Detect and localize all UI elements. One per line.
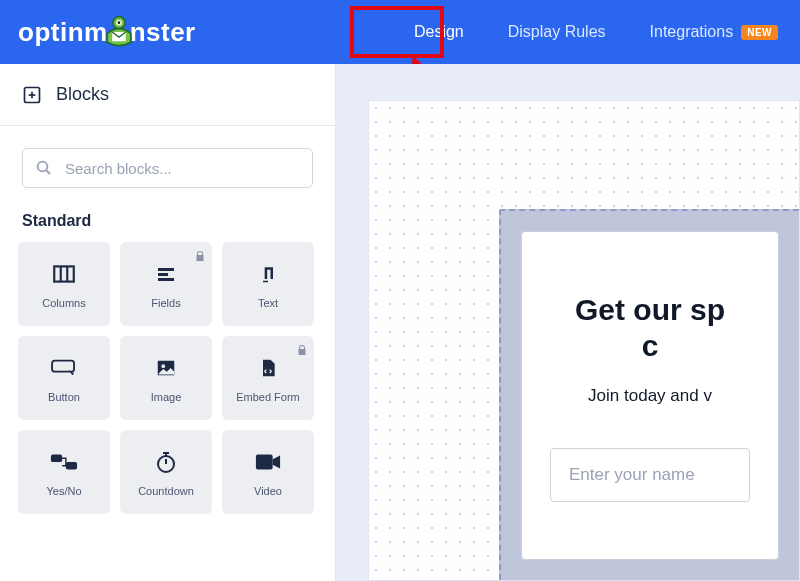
svg-point-2 <box>117 21 120 24</box>
button-icon <box>49 353 79 383</box>
block-label: Columns <box>42 297 85 309</box>
svg-rect-13 <box>158 268 174 271</box>
svg-rect-16 <box>52 361 74 372</box>
embed-icon <box>258 353 278 383</box>
block-yes-no[interactable]: Yes/No <box>18 430 110 514</box>
blocks-grid: Columns Fields <box>0 242 335 514</box>
search-wrap <box>0 126 335 198</box>
block-label: Embed Form <box>236 391 300 403</box>
block-video[interactable]: Video <box>222 430 314 514</box>
section-standard-title: Standard <box>0 198 335 242</box>
nav-integrations[interactable]: Integrations NEW <box>628 0 800 64</box>
block-text[interactable]: Text <box>222 242 314 326</box>
block-label: Image <box>151 391 182 403</box>
svg-rect-10 <box>54 266 74 281</box>
lock-icon <box>296 342 308 354</box>
sidebar-title: Blocks <box>56 84 109 105</box>
nav-integrations-label: Integrations <box>650 23 734 41</box>
canvas[interactable]: Get our sp c Join today and v <box>336 64 800 581</box>
nav-display-rules-label: Display Rules <box>508 23 606 41</box>
search-box[interactable] <box>22 148 313 188</box>
brand-mascot-icon <box>102 15 136 49</box>
image-icon <box>155 353 177 383</box>
popup-heading-line1: Get our sp <box>575 293 725 326</box>
block-label: Yes/No <box>46 485 81 497</box>
yesno-icon <box>50 447 78 477</box>
brand-logo: optinm nster <box>0 15 214 49</box>
canvas-inner[interactable]: Get our sp c Join today and v <box>368 100 800 581</box>
search-input[interactable] <box>65 160 300 177</box>
svg-rect-15 <box>158 278 174 281</box>
block-countdown[interactable]: Countdown <box>120 430 212 514</box>
block-label: Text <box>258 297 278 309</box>
brand-text-left: optinm <box>18 17 108 48</box>
columns-icon <box>51 259 77 289</box>
popup-subheading: Join today and v <box>550 386 750 406</box>
svg-rect-14 <box>158 273 168 276</box>
top-nav: Design Display Rules Integrations NEW <box>392 0 800 64</box>
popup-outer[interactable]: Get our sp c Join today and v <box>499 209 799 580</box>
svg-point-18 <box>161 364 165 368</box>
main: Blocks Standard <box>0 64 800 581</box>
nav-display-rules[interactable]: Display Rules <box>486 0 628 64</box>
nav-design[interactable]: Design <box>392 0 486 64</box>
block-label: Fields <box>151 297 180 309</box>
block-fields[interactable]: Fields <box>120 242 212 326</box>
popup-heading-line2: c <box>642 329 659 362</box>
brand-text-right: nster <box>130 17 196 48</box>
block-embed-form[interactable]: Embed Form <box>222 336 314 420</box>
svg-point-8 <box>38 162 48 172</box>
new-badge: NEW <box>741 25 778 40</box>
video-icon <box>255 447 281 477</box>
svg-line-9 <box>46 170 50 174</box>
blocks-add-icon <box>22 85 42 105</box>
countdown-icon <box>154 447 178 477</box>
popup-inner[interactable]: Get our sp c Join today and v <box>521 231 779 560</box>
block-label: Button <box>48 391 80 403</box>
svg-rect-19 <box>51 455 62 462</box>
sidebar: Blocks Standard <box>0 64 336 581</box>
sidebar-header: Blocks <box>0 64 335 126</box>
popup-heading: Get our sp c <box>550 292 750 364</box>
text-icon <box>258 259 278 289</box>
fields-icon <box>154 259 178 289</box>
svg-rect-20 <box>66 462 77 469</box>
block-image[interactable]: Image <box>120 336 212 420</box>
block-button[interactable]: Button <box>18 336 110 420</box>
nav-design-label: Design <box>414 23 464 41</box>
popup-name-input[interactable] <box>550 448 750 502</box>
search-icon <box>35 159 53 177</box>
lock-icon <box>194 248 206 260</box>
block-label: Countdown <box>138 485 194 497</box>
block-columns[interactable]: Columns <box>18 242 110 326</box>
top-bar: optinm nster Design Display Rules Integr… <box>0 0 800 64</box>
svg-rect-25 <box>256 455 273 470</box>
block-label: Video <box>254 485 282 497</box>
